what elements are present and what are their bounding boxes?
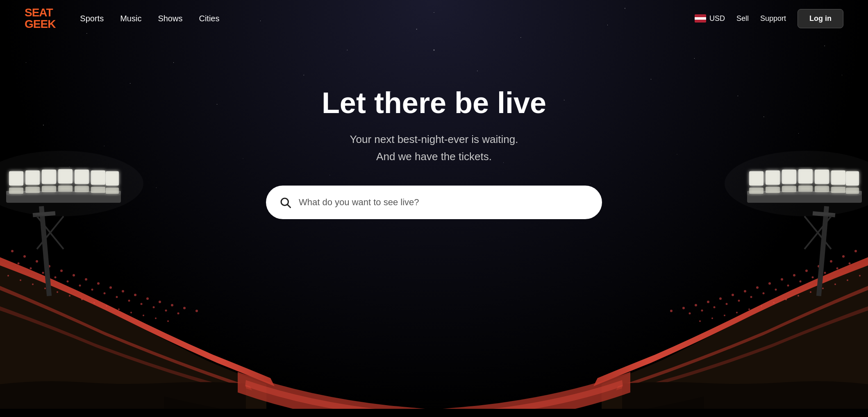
svg-point-50 xyxy=(781,278,783,281)
nav-right: USD Sell Support Log in xyxy=(695,9,843,28)
svg-point-21 xyxy=(79,285,81,287)
hero-subtitle: Your next best-night-ever is waiting. An… xyxy=(350,131,518,165)
svg-point-55 xyxy=(719,297,722,300)
svg-point-32 xyxy=(32,283,34,285)
svg-point-52 xyxy=(756,286,759,289)
login-button[interactable]: Log in xyxy=(798,9,843,28)
svg-point-15 xyxy=(195,310,198,312)
svg-point-87 xyxy=(699,320,701,322)
svg-rect-130 xyxy=(0,409,868,417)
svg-point-7 xyxy=(97,282,100,285)
svg-point-61 xyxy=(836,267,838,270)
nav-music[interactable]: Music xyxy=(120,14,141,23)
svg-point-4 xyxy=(60,270,63,272)
svg-point-29 xyxy=(177,313,180,315)
search-icon xyxy=(279,196,291,208)
svg-point-83 xyxy=(748,308,750,310)
svg-point-56 xyxy=(707,301,709,303)
svg-point-22 xyxy=(91,289,93,291)
svg-point-76 xyxy=(834,283,836,285)
svg-point-71 xyxy=(713,306,716,308)
svg-point-28 xyxy=(165,310,167,312)
svg-point-31 xyxy=(20,279,21,281)
svg-point-36 xyxy=(81,299,83,300)
svg-point-84 xyxy=(736,312,738,313)
svg-point-20 xyxy=(67,281,69,283)
hero-title: Let there be live xyxy=(322,86,546,120)
svg-point-9 xyxy=(122,290,124,292)
svg-point-41 xyxy=(143,315,144,316)
svg-point-19 xyxy=(55,276,57,279)
svg-point-77 xyxy=(822,288,824,289)
svg-point-49 xyxy=(793,274,795,276)
search-bar[interactable] xyxy=(266,186,602,219)
svg-point-6 xyxy=(85,278,87,281)
svg-point-16 xyxy=(18,263,20,265)
seatgeek-logo[interactable]: SEAT GEEK xyxy=(25,7,55,30)
search-input[interactable] xyxy=(299,197,589,208)
svg-point-34 xyxy=(57,291,58,293)
hero-section: Let there be live Your next best-night-e… xyxy=(0,86,868,219)
svg-point-35 xyxy=(69,295,70,297)
svg-point-75 xyxy=(847,279,848,281)
svg-point-10 xyxy=(134,294,136,296)
svg-point-43 xyxy=(167,320,169,322)
svg-point-68 xyxy=(750,296,752,298)
svg-point-72 xyxy=(701,310,703,312)
currency-label: USD xyxy=(709,14,725,23)
svg-point-33 xyxy=(44,288,46,289)
svg-point-63 xyxy=(812,276,814,279)
hero-subtitle-line2: And we have the tickets. xyxy=(376,150,492,163)
svg-point-39 xyxy=(118,308,120,310)
svg-point-1 xyxy=(23,255,26,258)
svg-point-78 xyxy=(810,291,811,293)
svg-point-64 xyxy=(800,281,802,283)
svg-point-62 xyxy=(824,272,826,274)
svg-point-17 xyxy=(30,267,32,270)
svg-point-24 xyxy=(116,296,118,298)
nav-cities[interactable]: Cities xyxy=(199,14,219,23)
nav-sports[interactable]: Sports xyxy=(80,14,104,23)
svg-point-13 xyxy=(171,304,173,306)
svg-point-2 xyxy=(36,260,38,263)
svg-point-12 xyxy=(159,301,161,303)
svg-point-65 xyxy=(787,285,789,287)
svg-point-0 xyxy=(11,250,14,252)
svg-point-59 xyxy=(670,310,673,312)
logo-line2: GEEK xyxy=(25,18,55,30)
nav-links: Sports Music Shows Cities xyxy=(80,14,695,23)
svg-point-42 xyxy=(155,317,157,319)
svg-point-44 xyxy=(854,250,857,252)
svg-point-60 xyxy=(849,263,851,265)
svg-point-25 xyxy=(128,300,130,302)
svg-point-81 xyxy=(773,302,775,304)
us-flag-icon xyxy=(695,14,706,23)
svg-point-53 xyxy=(744,290,746,292)
currency-selector[interactable]: USD xyxy=(695,14,725,23)
hero-subtitle-line1: Your next best-night-ever is waiting. xyxy=(350,133,518,145)
svg-point-54 xyxy=(732,294,734,296)
svg-point-45 xyxy=(842,255,845,258)
svg-point-86 xyxy=(711,317,713,319)
svg-point-67 xyxy=(763,292,765,295)
svg-point-58 xyxy=(682,307,685,309)
sell-link[interactable]: Sell xyxy=(736,14,749,23)
svg-point-66 xyxy=(775,289,777,291)
svg-point-80 xyxy=(785,299,787,300)
svg-point-14 xyxy=(183,307,186,309)
nav-shows[interactable]: Shows xyxy=(158,14,182,23)
svg-point-73 xyxy=(689,313,691,315)
svg-point-8 xyxy=(109,286,112,289)
svg-point-37 xyxy=(93,302,95,304)
svg-point-70 xyxy=(726,303,728,305)
svg-point-18 xyxy=(42,272,44,274)
svg-point-26 xyxy=(141,303,143,305)
logo-line1: SEAT xyxy=(25,7,55,18)
svg-point-46 xyxy=(830,260,832,263)
svg-line-132 xyxy=(288,205,291,208)
svg-point-82 xyxy=(761,305,762,307)
svg-point-5 xyxy=(73,274,75,276)
support-link[interactable]: Support xyxy=(760,14,786,23)
navbar: SEAT GEEK Sports Music Shows Cities USD … xyxy=(0,0,868,37)
svg-point-23 xyxy=(104,292,106,295)
